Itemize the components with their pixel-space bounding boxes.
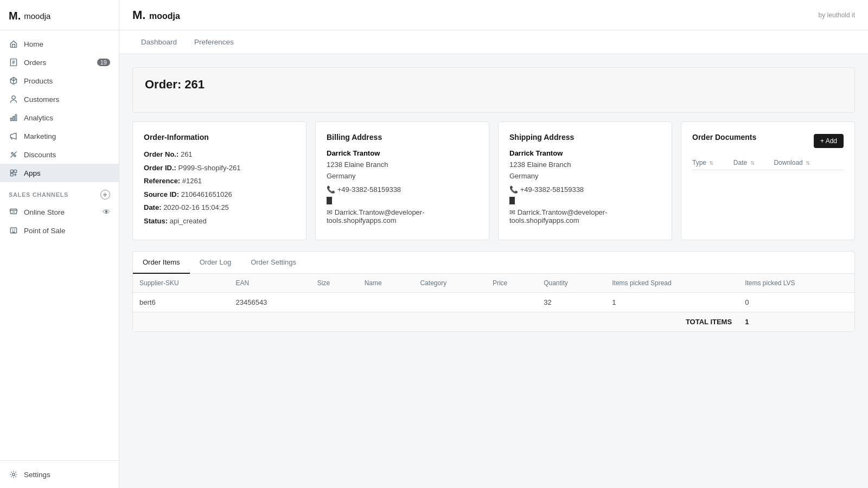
docs-table: Type ⇅ Date ⇅ Download ⇅ bbox=[692, 156, 844, 170]
col-items-picked-lvs: Items picked LVS bbox=[738, 274, 854, 293]
sidebar-item-settings[interactable]: Settings bbox=[0, 465, 119, 484]
date-value: 2020-02-16 15:04:25 bbox=[163, 203, 229, 211]
date-row: Date: 2020-02-16 15:04:25 bbox=[144, 202, 295, 213]
pos-icon bbox=[9, 226, 18, 235]
sidebar-item-label: Home bbox=[24, 40, 43, 48]
order-id-label: Order ID.: bbox=[144, 164, 178, 172]
topbar-tabs: Dashboard Preferences bbox=[119, 30, 868, 54]
row-supplier-sku: bert6 bbox=[133, 293, 229, 312]
tab-order-items[interactable]: Order Items bbox=[133, 252, 190, 274]
billing-card: Billing Address Darrick Trantow 1238 Ela… bbox=[315, 121, 489, 240]
order-documents-card: Order Documents + Add Type ⇅ Date ⇅ bbox=[681, 121, 855, 240]
reference-label: Reference: bbox=[144, 177, 182, 185]
docs-col-type: Type ⇅ bbox=[692, 156, 733, 170]
svg-rect-5 bbox=[14, 170, 17, 172]
app-name: moodja bbox=[149, 11, 180, 21]
col-price: Price bbox=[486, 274, 537, 293]
sales-channels-label: SALES CHANNELS bbox=[9, 191, 68, 198]
shipping-name: Darrick Trantow bbox=[509, 149, 661, 157]
billing-email: ✉ Darrick.Trantow@developer-tools.shopif… bbox=[327, 208, 478, 224]
logo-mark: M. bbox=[9, 10, 21, 22]
table-row: bert6 23456543 32 1 0 bbox=[133, 293, 854, 312]
sidebar-item-label: Orders bbox=[24, 59, 46, 67]
eye-icon[interactable]: 👁 bbox=[103, 208, 110, 216]
sidebar-item-online-store[interactable]: Online Store 👁 bbox=[0, 203, 119, 221]
add-document-button[interactable]: + Add bbox=[814, 134, 844, 148]
sales-channels-section: SALES CHANNELS + bbox=[0, 182, 119, 203]
orders-icon bbox=[9, 57, 18, 67]
source-id-row: Source ID: 2106461651026 bbox=[144, 189, 295, 200]
col-name: Name bbox=[358, 274, 414, 293]
add-channel-button[interactable]: + bbox=[100, 190, 110, 200]
total-items-label: TOTAL ITEMS bbox=[133, 312, 738, 332]
online-store-label: Online Store bbox=[24, 208, 65, 216]
sidebar-item-discounts[interactable]: Discounts bbox=[0, 145, 119, 164]
products-icon bbox=[9, 76, 18, 86]
row-ean: 23456543 bbox=[229, 293, 311, 312]
sidebar-item-apps[interactable]: Apps bbox=[0, 164, 119, 182]
billing-redacted bbox=[327, 197, 332, 204]
docs-col-date: Date ⇅ bbox=[733, 156, 774, 170]
orders-badge: 19 bbox=[97, 59, 110, 66]
order-no-label: Order No.: bbox=[144, 150, 181, 158]
customers-icon bbox=[9, 94, 18, 104]
marketing-icon bbox=[9, 131, 18, 141]
svg-point-1 bbox=[12, 96, 15, 99]
home-icon bbox=[9, 39, 18, 49]
billing-address: 1238 Elaine Branch bbox=[327, 159, 478, 171]
sort-type: ⇅ bbox=[709, 160, 713, 166]
total-row: TOTAL ITEMS 1 bbox=[133, 312, 854, 332]
order-id-row: Order ID.: P999-S-shopify-261 bbox=[144, 163, 295, 174]
main-content: M. moodja by leuthold it Dashboard Prefe… bbox=[119, 0, 868, 488]
tab-order-settings[interactable]: Order Settings bbox=[241, 252, 306, 274]
sidebar-item-pos[interactable]: Point of Sale bbox=[0, 221, 119, 240]
shipping-address: 1238 Elaine Branch bbox=[509, 159, 661, 171]
shipping-card: Shipping Address Darrick Trantow 1238 El… bbox=[498, 121, 672, 240]
order-tabs-section: Order Items Order Log Order Settings Sup… bbox=[132, 251, 855, 332]
billing-title: Billing Address bbox=[327, 133, 478, 142]
row-items-picked-spread: 1 bbox=[605, 293, 738, 312]
order-no-value: 261 bbox=[181, 150, 193, 158]
sidebar-item-customers[interactable]: Customers bbox=[0, 90, 119, 108]
sidebar-item-orders[interactable]: Orders 19 bbox=[0, 53, 119, 72]
svg-point-2 bbox=[11, 152, 13, 154]
email-icon: ✉ bbox=[327, 208, 335, 216]
docs-title: Order Documents bbox=[692, 133, 756, 142]
sidebar: M. moodja Home Orders 19 Products bbox=[0, 0, 119, 488]
logo-name: moodja bbox=[24, 11, 50, 21]
app-mark: M. bbox=[132, 8, 145, 22]
billing-name: Darrick Trantow bbox=[327, 149, 478, 157]
tab-preferences[interactable]: Preferences bbox=[186, 30, 242, 54]
svg-point-3 bbox=[14, 155, 16, 157]
sort-date: ⇅ bbox=[750, 160, 755, 166]
status-label: Status: bbox=[144, 217, 170, 225]
shipping-email: ✉ Darrick.Trantow@developer-tools.shopif… bbox=[509, 208, 661, 224]
sidebar-item-home[interactable]: Home bbox=[0, 35, 119, 53]
sidebar-item-products[interactable]: Products bbox=[0, 72, 119, 90]
sort-download: ⇅ bbox=[806, 160, 810, 166]
tab-dashboard[interactable]: Dashboard bbox=[132, 30, 186, 54]
sidebar-item-analytics[interactable]: Analytics bbox=[0, 108, 119, 127]
sidebar-item-label: Analytics bbox=[24, 114, 53, 122]
settings-label: Settings bbox=[24, 471, 50, 479]
sidebar-item-label: Discounts bbox=[24, 151, 56, 159]
content-area: Order: 261 Order-Information Order No.: … bbox=[119, 54, 868, 488]
shipping-phone: 📞 +49-3382-58159338 bbox=[509, 185, 661, 194]
apps-icon bbox=[9, 168, 18, 178]
row-size bbox=[311, 293, 358, 312]
cards-row: Order-Information Order No.: 261 Order I… bbox=[132, 121, 855, 240]
email-icon-2: ✉ bbox=[509, 208, 518, 216]
order-table-wrap: Supplier-SKU EAN Size Name Category Pric… bbox=[133, 274, 854, 331]
row-name bbox=[358, 293, 414, 312]
tab-order-log[interactable]: Order Log bbox=[190, 252, 241, 274]
order-no-row: Order No.: 261 bbox=[144, 149, 295, 160]
settings-icon bbox=[9, 470, 18, 479]
sidebar-logo: M. moodja bbox=[0, 0, 119, 30]
source-id-value: 2106461651026 bbox=[181, 190, 232, 198]
sidebar-item-marketing[interactable]: Marketing bbox=[0, 127, 119, 145]
status-row: Status: api_created bbox=[144, 216, 295, 227]
docs-col-download: Download ⇅ bbox=[774, 156, 844, 170]
col-quantity: Quantity bbox=[537, 274, 605, 293]
sidebar-item-label: Marketing bbox=[24, 132, 56, 140]
store-icon bbox=[9, 207, 18, 217]
